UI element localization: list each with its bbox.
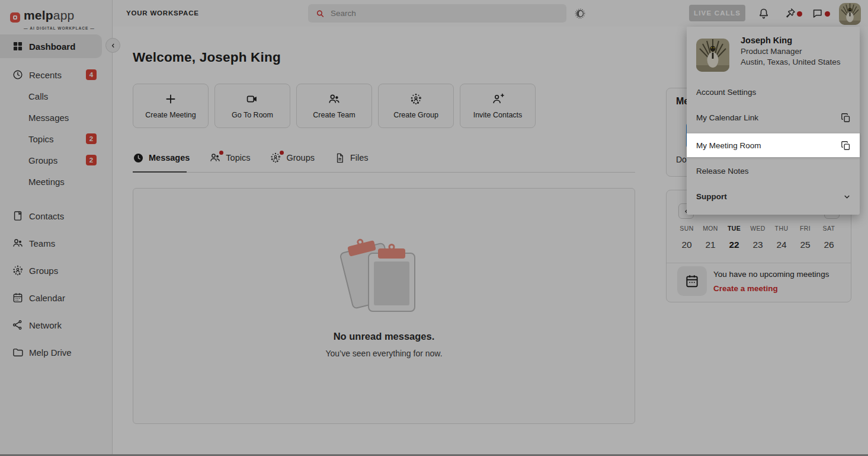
page-title: Welcome, Joseph King <box>133 50 281 65</box>
search-input[interactable] <box>331 9 559 18</box>
brand-logo: melpapp — AI DIGITAL WORKPLACE — <box>0 0 112 34</box>
profile-location: Austin, Texas, United States <box>741 58 841 66</box>
folder-icon <box>12 346 24 358</box>
user-avatar[interactable] <box>839 3 861 25</box>
profile-dropdown: Joseph King Product Manager Austin, Texa… <box>687 27 860 215</box>
theme-toggle-icon[interactable] <box>574 8 586 20</box>
sidebar-item-recents[interactable]: Recents 4 <box>0 64 112 85</box>
sidebar-item-dashboard[interactable]: Dashboard <box>0 34 102 58</box>
tab-messages[interactable]: Messages <box>133 152 190 171</box>
empty-state-title: No unread messages. <box>133 331 635 342</box>
brand-logo-icon <box>10 12 20 23</box>
create-a-meeting-link[interactable]: Create a meeting <box>713 284 778 293</box>
week-strip: SUN20 MON21 TUE22 WED23 THU24 FRI25 SAT2… <box>675 225 841 250</box>
network-icon <box>12 319 24 331</box>
meetings-widget-text: Do <box>676 155 687 164</box>
contacts-icon <box>12 210 24 222</box>
chevron-left-icon <box>110 42 117 49</box>
search-box[interactable] <box>308 4 566 23</box>
topbar: YOUR WORKSPACE LIVE CALLS <box>113 0 868 27</box>
day-cell[interactable]: MON21 <box>699 225 722 250</box>
sidebar-item-melp-drive[interactable]: Melp Drive <box>0 342 112 363</box>
menu-item-release-notes[interactable]: Release Notes <box>687 159 860 183</box>
meeting-calendar-icon <box>684 273 700 289</box>
workspace-label: YOUR WORKSPACE <box>126 9 199 17</box>
create-team-button[interactable]: Create Team <box>296 84 372 128</box>
copy-icon[interactable] <box>840 140 851 151</box>
brand-tagline: — AI DIGITAL WORKPLACE — <box>24 26 95 30</box>
empty-state-illustration <box>345 240 424 315</box>
sidebar-item-teams[interactable]: Teams <box>0 232 112 254</box>
copy-icon[interactable] <box>840 112 851 123</box>
sidebar: melpapp — AI DIGITAL WORKPLACE — Dashboa… <box>0 0 113 456</box>
topics-badge: 2 <box>86 133 97 144</box>
menu-item-my-calendar-link[interactable]: My Calendar Link <box>687 106 860 129</box>
day-cell[interactable]: SAT26 <box>817 225 841 250</box>
sidebar-item-meetings[interactable]: Meetings <box>0 171 112 192</box>
group-dots-icon <box>409 93 422 106</box>
team-icon <box>328 93 341 106</box>
profile-avatar <box>696 39 729 72</box>
groups-unread-dot <box>280 151 284 155</box>
create-meeting-button[interactable]: Create Meeting <box>133 84 209 128</box>
day-cell[interactable]: FRI25 <box>793 225 817 250</box>
profile-role: Product Manager <box>741 47 802 56</box>
pin-notification-dot <box>797 11 802 17</box>
sidebar-collapse-button[interactable] <box>105 38 120 53</box>
day-cell[interactable]: SUN20 <box>675 225 699 250</box>
menu-item-my-meeting-room[interactable]: My Meeting Room <box>687 133 860 157</box>
groups-icon <box>12 264 24 276</box>
clock-filled-icon <box>133 152 144 164</box>
sidebar-item-groups-recent[interactable]: Groups 2 <box>0 149 112 171</box>
live-calls-button[interactable]: LIVE CALLS <box>689 5 745 21</box>
calendar-icon <box>12 292 24 304</box>
teams-icon <box>12 237 24 249</box>
sidebar-item-network[interactable]: Network <box>0 314 112 336</box>
tabs-divider <box>133 172 635 173</box>
app-window: melpapp — AI DIGITAL WORKPLACE — Dashboa… <box>0 0 868 456</box>
person-plus-icon <box>491 93 504 106</box>
create-group-button[interactable]: Create Group <box>378 84 454 128</box>
dashboard-icon <box>12 40 24 52</box>
sidebar-item-groups[interactable]: Groups <box>0 260 112 281</box>
no-meetings-text: You have no upcoming meetings <box>713 270 829 279</box>
chat-notification-dot <box>825 11 830 17</box>
menu-item-account-settings[interactable]: Account Settings <box>687 80 860 104</box>
clipboard-front <box>368 253 415 312</box>
sidebar-item-calendar[interactable]: Calendar <box>0 287 112 308</box>
active-tab-underline <box>133 171 187 173</box>
clock-icon <box>12 69 24 81</box>
recents-badge: 4 <box>86 69 97 80</box>
day-cell[interactable]: THU24 <box>770 225 793 250</box>
notifications-bell-icon[interactable] <box>757 7 770 20</box>
chat-icon[interactable] <box>811 7 824 20</box>
files-document-icon <box>334 152 345 164</box>
sidebar-item-contacts[interactable]: Contacts <box>0 205 112 227</box>
brand-name: melpapp <box>24 8 74 23</box>
groups-badge: 2 <box>86 155 97 165</box>
calendar-divider <box>667 263 851 263</box>
sidebar-item-topics[interactable]: Topics 2 <box>0 128 112 149</box>
messages-empty-panel: No unread messages. You’ve seen everythi… <box>133 188 635 424</box>
menu-item-support[interactable]: Support <box>687 184 860 208</box>
pinned-items-icon[interactable] <box>783 7 796 20</box>
invite-contacts-button[interactable]: Invite Contacts <box>460 84 536 128</box>
search-icon <box>315 8 325 19</box>
chevron-down-icon <box>843 192 851 201</box>
go-to-room-button[interactable]: Go To Room <box>214 84 290 128</box>
content-tabs: Messages Topics Groups Files <box>133 152 369 171</box>
meeting-icon-box <box>677 266 707 296</box>
quick-actions: Create Meeting Go To Room Create Team Cr… <box>133 84 536 128</box>
profile-name: Joseph King <box>741 36 792 45</box>
tab-groups[interactable]: Groups <box>270 152 315 171</box>
plus-icon <box>164 93 177 106</box>
day-cell-today[interactable]: TUE22 <box>722 225 746 250</box>
sidebar-item-calls[interactable]: Calls <box>0 85 112 107</box>
tab-topics[interactable]: Topics <box>209 152 250 171</box>
empty-state-subtitle: You’ve seen everything for now. <box>133 349 635 358</box>
topics-unread-dot <box>219 151 223 155</box>
day-cell[interactable]: WED23 <box>746 225 770 250</box>
sidebar-item-messages[interactable]: Messages <box>0 107 112 128</box>
video-camera-icon <box>246 93 259 106</box>
tab-files[interactable]: Files <box>334 152 369 171</box>
